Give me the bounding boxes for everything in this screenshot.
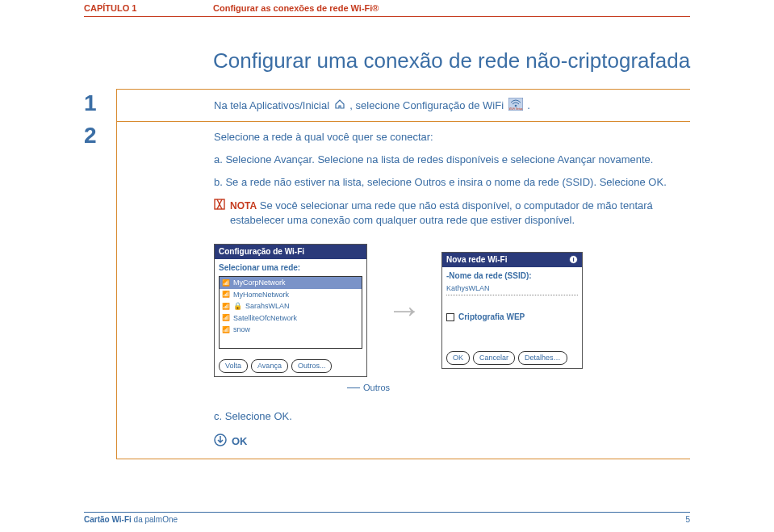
page-number: 5 — [685, 515, 690, 524]
nota-label: NOTA — [230, 200, 257, 212]
step-1-text-a: Na tela Aplicativos/Inicial — [214, 99, 333, 111]
list-item[interactable]: 📶 snow — [220, 324, 362, 336]
network-name: SarahsWLAN — [245, 301, 290, 312]
svg-point-1 — [514, 105, 517, 107]
wifi-setup-icon: Wi-Fi Setup — [508, 98, 523, 115]
home-icon — [334, 98, 345, 114]
signal-icon: 📶 — [222, 302, 230, 311]
signal-icon: 📶 — [222, 325, 230, 334]
network-name: snow — [233, 325, 250, 335]
step-2-item-c: c. Selecione OK. — [214, 409, 680, 424]
other-button[interactable]: Outros... — [291, 359, 333, 373]
step-2-item-a: a. Selecione Avançar. Selecione na lista… — [214, 153, 680, 167]
step-1-content: Na tela Aplicativos/Inicial , selecione … — [116, 89, 690, 123]
step-2-intro: Selecione a rede à qual você quer se con… — [214, 130, 680, 145]
header-rule — [84, 16, 690, 17]
svg-text:Wi-Fi Setup: Wi-Fi Setup — [508, 107, 522, 111]
new-network-titlebar: Nova rede Wi-Fi i — [442, 253, 582, 267]
next-button[interactable]: Avança — [251, 359, 288, 373]
page-title: Configurar uma conexão de rede não-cript… — [213, 48, 690, 73]
lock-icon: 🔒 — [233, 301, 242, 312]
chapter-label: CAPÍTULO 1 — [84, 3, 136, 13]
wep-label: Criptografia WEP — [458, 312, 525, 323]
ssid-input[interactable]: KathysWLAN — [446, 283, 578, 294]
step-1-number: 1 — [84, 89, 116, 123]
list-item[interactable]: 📶 SatelliteOfcNetwork — [220, 312, 362, 325]
input-underline — [446, 295, 578, 295]
outros-callout-label: Outros — [363, 383, 390, 392]
list-item[interactable]: 📶 MyHomeNetwork — [220, 289, 362, 301]
new-network-screen: Nova rede Wi-Fi i -Nome da rede (SSID): … — [441, 252, 583, 369]
wep-checkbox[interactable] — [446, 313, 454, 321]
network-list[interactable]: 📶 MyCorpNetwork 📶 MyHomeNetwork 📶 🔒 Sara — [219, 276, 362, 349]
footer-rest: da palmOne — [132, 515, 178, 524]
select-network-label: Selecionar uma rede: — [219, 262, 362, 274]
outros-callout: Outros — [347, 380, 680, 395]
info-icon[interactable]: i — [569, 255, 578, 264]
step-2-item-b: b. Se a rede não estiver na lista, selec… — [214, 175, 680, 190]
footer-bold: Cartão Wi-Fi — [84, 515, 132, 524]
back-button[interactable]: Volta — [219, 359, 248, 373]
cancel-button[interactable]: Cancelar — [473, 351, 515, 365]
new-network-title: Nova rede Wi-Fi — [446, 254, 507, 266]
network-name: MyHomeNetwork — [233, 290, 289, 300]
wifi-config-titlebar: Configuração de Wi-Fi — [215, 245, 366, 259]
done-row: OK — [214, 434, 680, 450]
wifi-config-screen: Configuração de Wi-Fi Selecionar uma red… — [214, 244, 367, 377]
ok-button[interactable]: OK — [446, 351, 470, 365]
ssid-label: -Nome da rede (SSID): — [446, 270, 578, 282]
step-2-content: Selecione a rede à qual você quer se con… — [116, 121, 690, 459]
list-item[interactable]: 📶 MyCorpNetwork — [220, 277, 362, 289]
list-item[interactable]: 📶 🔒 SarahsWLAN — [220, 300, 362, 312]
step-2-number: 2 — [84, 121, 116, 459]
screenshots-row: Configuração de Wi-Fi Selecionar uma red… — [214, 244, 680, 377]
network-name: MyCorpNetwork — [233, 278, 286, 288]
step-1-text-b: , selecione Configuração de WiFi — [349, 99, 506, 111]
signal-icon: 📶 — [222, 313, 230, 322]
arrow-right-icon: → — [387, 292, 422, 328]
wifi-config-title: Configuração de Wi-Fi — [219, 246, 304, 258]
network-name: SatelliteOfcNetwork — [233, 313, 297, 324]
step-1-text-c: . — [527, 99, 530, 111]
ok-final-label: OK — [232, 434, 248, 449]
nota-block: NOTA Se você selecionar uma rede que não… — [214, 199, 680, 228]
step-1-row: 1 Na tela Aplicativos/Inicial , selecion… — [84, 89, 690, 123]
signal-icon: 📶 — [222, 279, 230, 287]
page-footer: Cartão Wi-Fi da palmOne 5 — [84, 512, 690, 524]
header-subtitle: Configurar as conexões de rede Wi-Fi® — [213, 3, 379, 13]
step-2-row: 2 Selecione a rede à qual você quer se c… — [84, 121, 690, 459]
nota-text: Se você selecionar uma rede que não está… — [230, 199, 653, 226]
nota-icon — [214, 199, 225, 214]
details-button[interactable]: Detalhes… — [518, 351, 567, 365]
done-icon — [214, 434, 227, 450]
signal-icon: 📶 — [222, 290, 230, 299]
